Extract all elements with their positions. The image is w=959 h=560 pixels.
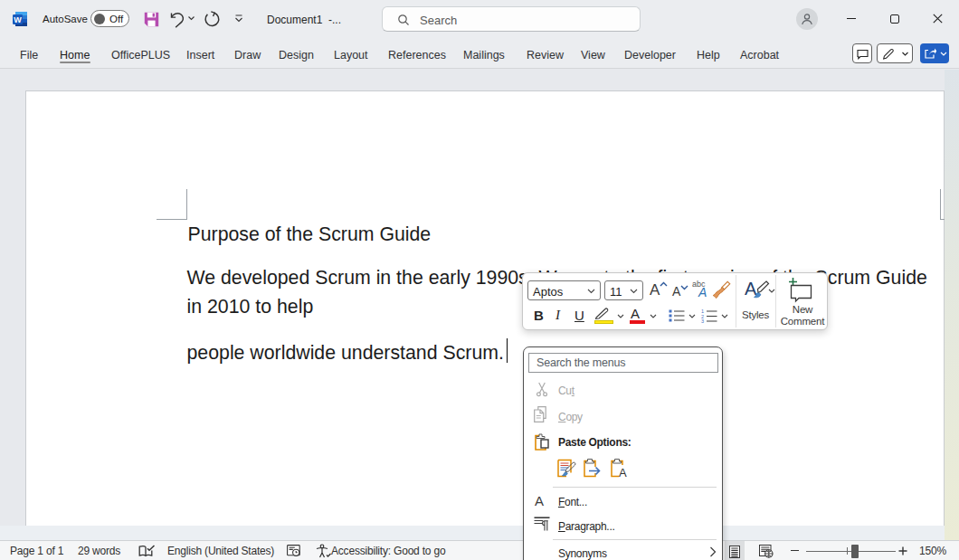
svg-text:A: A bbox=[619, 466, 627, 479]
svg-text:3: 3 bbox=[701, 318, 704, 323]
svg-text:W: W bbox=[14, 15, 22, 24]
